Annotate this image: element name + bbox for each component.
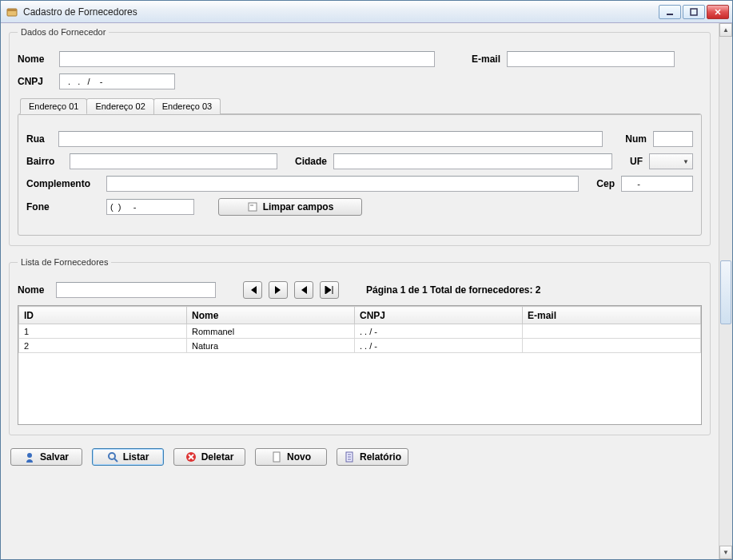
button-novo-label: Novo: [287, 451, 311, 463]
col-nome[interactable]: Nome: [187, 307, 355, 324]
input-cidade[interactable]: [333, 153, 612, 169]
titlebar: Cadastro de Fornecedores: [1, 1, 732, 23]
label-bairro: Bairro: [26, 156, 63, 167]
input-cep[interactable]: [621, 176, 693, 192]
label-complemento: Complemento: [26, 178, 100, 189]
input-email[interactable]: [507, 51, 675, 67]
group-dados-fornecedor: Dados do Fornecedor Nome E-mail CNPJ End…: [9, 27, 711, 246]
group-dados-legend: Dados do Fornecedor: [18, 27, 109, 37]
table-header-row: ID Nome CNPJ E-mail: [19, 307, 701, 324]
tabpanel-endereco-01: Rua Num Bairro Cidade: [18, 114, 701, 235]
label-rua: Rua: [26, 133, 52, 145]
cell-cnpj: . . / -: [355, 339, 523, 353]
input-cnpj[interactable]: [59, 73, 175, 89]
label-fone: Fone: [26, 201, 100, 212]
row-fone: Fone Limpar campos: [26, 198, 693, 216]
button-limpar-campos[interactable]: Limpar campos: [218, 198, 362, 216]
input-rua[interactable]: [58, 131, 603, 147]
button-limpar-label: Limpar campos: [263, 201, 334, 212]
button-deletar[interactable]: Deletar: [173, 448, 245, 466]
nav-next-button[interactable]: [269, 281, 288, 299]
clear-icon: [247, 201, 258, 212]
input-search-nome[interactable]: [56, 282, 216, 298]
tab-endereco-03[interactable]: Endereço 03: [153, 98, 221, 114]
combo-uf[interactable]: ▼: [649, 153, 693, 169]
label-cnpj: CNPJ: [18, 76, 53, 87]
cell-cnpj: . . / -: [355, 324, 523, 339]
svg-rect-2: [667, 14, 673, 15]
content-area: Dados do Fornecedor Nome E-mail CNPJ End…: [1, 23, 719, 559]
cell-id: 2: [19, 339, 187, 353]
tabstrip: Endereço 01 Endereço 02 Endereço 03: [18, 98, 702, 114]
button-novo[interactable]: Novo: [255, 448, 327, 466]
table-fornecedores: ID Nome CNPJ E-mail 1Rommanel . . / -2Na…: [18, 305, 702, 425]
nav-first-button[interactable]: [243, 281, 262, 299]
scroll-thumb[interactable]: [720, 260, 731, 324]
button-salvar[interactable]: Salvar: [10, 448, 82, 466]
delete-icon: [185, 451, 197, 463]
tab-endereco-01[interactable]: Endereço 01: [20, 98, 87, 114]
col-cnpj[interactable]: CNPJ: [355, 307, 523, 324]
cell-email: [523, 324, 701, 339]
svg-point-5: [27, 453, 32, 458]
row-complemento-cep: Complemento Cep: [26, 176, 693, 192]
button-listar-label: Listar: [123, 451, 149, 463]
input-bairro[interactable]: [70, 153, 277, 169]
button-listar[interactable]: Listar: [92, 448, 164, 466]
label-cep: Cep: [596, 178, 615, 189]
save-icon: [24, 451, 35, 463]
tabs-container: Endereço 01 Endereço 02 Endereço 03 Rua …: [18, 97, 702, 236]
nav-last-button[interactable]: [320, 281, 339, 299]
label-num: Num: [625, 133, 647, 145]
group-lista-fornecedores: Lista de Fornecedores Nome: [9, 257, 711, 435]
label-cidade: Cidade: [295, 156, 327, 167]
svg-point-6: [109, 453, 115, 459]
row-search-nav: Nome Página 1 de: [18, 281, 702, 299]
cell-nome: Natura: [187, 339, 355, 353]
tab-box: Rua Num Bairro Cidade: [18, 113, 702, 236]
row-rua: Rua Num: [26, 131, 693, 147]
input-num[interactable]: [653, 131, 693, 147]
col-id[interactable]: ID: [19, 307, 187, 324]
row-bairro-cidade-uf: Bairro Cidade UF ▼: [26, 153, 693, 169]
search-icon: [107, 451, 118, 463]
minimize-button[interactable]: [659, 5, 681, 19]
row-cnpj: CNPJ: [18, 73, 702, 89]
button-relatorio[interactable]: Relatório: [337, 448, 408, 466]
cell-email: [523, 339, 701, 353]
button-salvar-label: Salvar: [40, 451, 69, 463]
svg-rect-4: [249, 203, 257, 211]
col-email[interactable]: E-mail: [523, 307, 701, 324]
report-icon: [344, 451, 355, 463]
table-row[interactable]: 1Rommanel . . / -: [19, 324, 701, 339]
label-nome: Nome: [18, 54, 53, 65]
table-row[interactable]: 2Natura . . / -: [19, 339, 701, 353]
action-bar: Salvar Listar Deletar: [7, 447, 712, 466]
window-body: Dados do Fornecedor Nome E-mail CNPJ End…: [1, 23, 732, 559]
vertical-scrollbar[interactable]: ▲ ▼: [719, 23, 732, 559]
scroll-down-icon[interactable]: ▼: [719, 546, 732, 559]
maximize-button[interactable]: [683, 5, 705, 19]
nav-prev-button[interactable]: [294, 281, 313, 299]
button-relatorio-label: Relatório: [360, 451, 401, 463]
input-fone[interactable]: [106, 199, 194, 215]
svg-rect-8: [273, 452, 280, 462]
close-button[interactable]: [707, 5, 729, 19]
input-nome[interactable]: [59, 51, 435, 67]
label-search-nome: Nome: [18, 284, 50, 296]
label-uf: UF: [630, 156, 643, 167]
svg-rect-1: [7, 9, 17, 11]
window-controls: [659, 5, 729, 19]
label-email: E-mail: [472, 54, 500, 65]
scroll-up-icon[interactable]: ▲: [719, 23, 732, 37]
input-complemento[interactable]: [106, 176, 579, 192]
button-deletar-label: Deletar: [201, 451, 234, 463]
window-title: Cadastro de Fornecedores: [23, 6, 659, 18]
group-lista-legend: Lista de Fornecedores: [18, 257, 111, 267]
app-icon: [6, 6, 18, 18]
cell-id: 1: [19, 324, 187, 339]
tab-endereco-02[interactable]: Endereço 02: [86, 98, 153, 114]
cell-nome: Rommanel: [187, 324, 355, 339]
row-nome-email: Nome E-mail: [18, 51, 702, 67]
scroll-track[interactable]: [719, 37, 732, 546]
